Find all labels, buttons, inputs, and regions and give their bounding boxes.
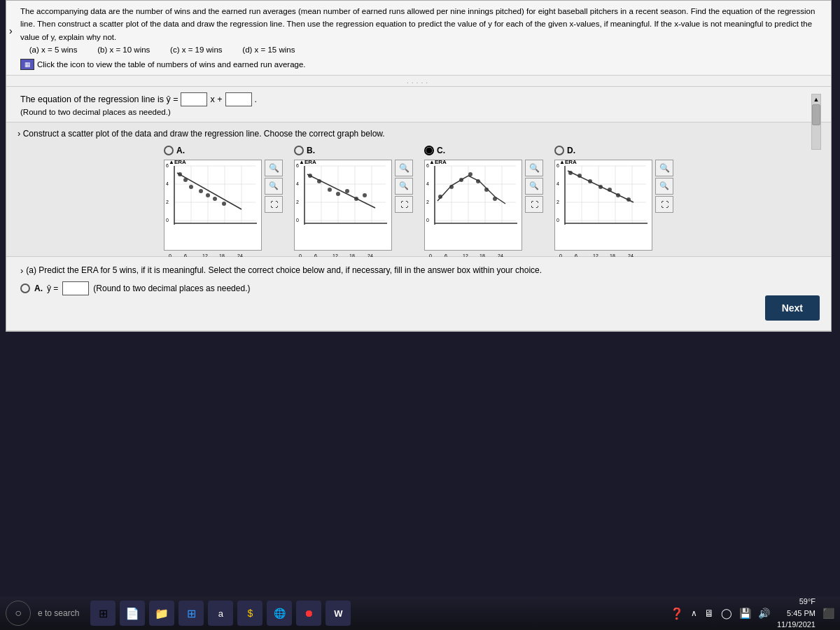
table-icon[interactable]: ▦	[20, 59, 34, 70]
zoom-out-a[interactable]: 🔍	[265, 178, 283, 195]
graph-c-container: ▲ERA 6 4 2 0 0 6 12 18 24 Wins	[424, 160, 522, 251]
zoom-in-b[interactable]: 🔍	[395, 160, 413, 176]
svg-point-32	[328, 188, 332, 192]
taskbar-date: 11/19/2021	[777, 619, 816, 630]
graph-d-label: D.	[567, 146, 575, 155]
problem-text: The accompanying data are the number of …	[20, 7, 815, 41]
taskbar-icon-grid[interactable]: ⊞	[90, 601, 115, 626]
click-text: Click the icon to view the table of numb…	[37, 58, 306, 71]
predict-label: (a) Predict the ERA for 5 wins, if it is…	[26, 265, 542, 275]
graph-c-label: C.	[437, 146, 445, 155]
svg-point-36	[363, 193, 367, 197]
expand-d[interactable]: ⛶	[655, 196, 673, 213]
regression-label: The equation of the regression line is ŷ…	[20, 94, 178, 104]
graph-option-c: C. ▲ERA 6 4 2 0 0 6 12 18	[424, 146, 543, 251]
regression-input-intercept[interactable]	[225, 92, 252, 106]
graph-b-svg	[295, 160, 393, 251]
radio-c[interactable]	[424, 146, 434, 155]
graph-option-d: D. ▲ERA 6 4 2 0 0 6 12 18	[554, 146, 673, 251]
svg-line-74	[568, 171, 634, 202]
regression-dot: .	[255, 94, 257, 104]
graph-a-container: ▲ERA 6 4 2 0 0 6 12 18 24 Wins	[164, 160, 262, 251]
graph-option-b: B. ▲ERA 6 4 2 0 0 6 12 18	[294, 146, 413, 251]
graphs-section: › Construct a scatter plot of the data a…	[6, 122, 831, 257]
taskbar-action[interactable]: ◯	[721, 608, 732, 619]
svg-point-14	[199, 189, 203, 193]
predict-yhat: ŷ =	[47, 284, 58, 293]
graphs-row: A. ▲ERA 6 4 2 0 0 6 12 1	[18, 146, 820, 251]
taskbar-icon-folder[interactable]: 📁	[149, 601, 174, 626]
section-arrow: ›	[18, 128, 20, 139]
expand-a[interactable]: ⛶	[265, 196, 283, 213]
predict-option-row: A. ŷ = (Round to two decimal places as n…	[20, 281, 817, 295]
taskbar-icon-dollar[interactable]: $	[237, 601, 262, 626]
zoom-in-c[interactable]: 🔍	[525, 160, 543, 176]
radio-d[interactable]	[554, 146, 564, 155]
next-button[interactable]: Next	[765, 295, 820, 321]
svg-point-15	[206, 193, 210, 197]
taskbar-time: 5:45 PM	[777, 608, 816, 620]
regression-eq-row: The equation of the regression line is ŷ…	[20, 92, 817, 106]
graph-d-svg	[555, 160, 653, 251]
graph-d-container: ▲ERA 6 4 2 0 0 6 12 18 24 Wins	[554, 160, 652, 251]
regression-note: (Round to two decimal places as needed.)	[20, 108, 817, 116]
graph-a-zoom-icons: 🔍 🔍 ⛶	[265, 160, 283, 251]
radio-b[interactable]	[294, 146, 304, 155]
predict-option-a-label: A.	[34, 284, 43, 293]
start-button[interactable]: ○	[6, 601, 31, 626]
taskbar-volume[interactable]: 🔊	[758, 608, 770, 619]
svg-point-34	[345, 189, 349, 193]
scroll-right[interactable]: ▲	[811, 94, 821, 150]
scroll-arrow-left[interactable]: ›	[9, 23, 13, 38]
scatter-label: › Construct a scatter plot of the data a…	[18, 128, 820, 139]
expand-c[interactable]: ⛶	[525, 196, 543, 213]
predict-section: › (a) Predict the ERA for 5 wins, if it …	[6, 257, 831, 331]
radio-a[interactable]	[164, 146, 174, 155]
taskbar-icon-docs[interactable]: 📄	[120, 601, 145, 626]
taskbar-temperature: 59°F	[777, 596, 816, 608]
zoom-out-b[interactable]: 🔍	[395, 178, 413, 195]
click-icon-row: ▦ Click the icon to view the table of nu…	[20, 58, 817, 71]
taskbar: ○ e to search ⊞ 📄 📁 ⊞ a $ 🌐 ⏺ W ❓ ∧ 🖥 ◯ …	[0, 596, 840, 630]
zoom-out-d[interactable]: 🔍	[655, 178, 673, 195]
taskbar-icon-record[interactable]: ⏺	[296, 601, 321, 626]
svg-line-18	[177, 173, 241, 209]
regression-section: The equation of the regression line is ŷ…	[6, 87, 831, 122]
taskbar-right: ❓ ∧ 🖥 ◯ 💾 🔊 59°F 5:45 PM 11/19/2021 ⬛	[670, 596, 834, 630]
problem-parts: (a) x = 5 wins (b) x = 10 wins (c) x = 1…	[20, 46, 295, 54]
svg-point-33	[336, 192, 340, 196]
svg-point-17	[222, 202, 226, 206]
taskbar-settings[interactable]: 🖥	[704, 608, 714, 619]
svg-line-37	[307, 174, 375, 208]
graph-c-zoom-icons: 🔍 🔍 ⛶	[525, 160, 543, 251]
graph-a-svg	[164, 160, 262, 251]
taskbar-icon-browser[interactable]: 🌐	[267, 601, 292, 626]
predict-note: (Round to two decimal places as needed.)	[93, 284, 250, 293]
svg-point-13	[189, 185, 193, 189]
taskbar-question[interactable]: ❓	[670, 607, 684, 620]
regression-x-plus: x +	[210, 94, 222, 104]
graph-c-svg	[425, 160, 523, 251]
predict-radio-a[interactable]	[20, 284, 30, 293]
graph-b-container: ▲ERA 6 4 2 0 0 6 12 18 24 Wins	[294, 160, 392, 251]
taskbar-temp-time: 59°F 5:45 PM 11/19/2021	[777, 596, 816, 630]
search-text: e to search	[38, 608, 79, 618]
graph-d-zoom-icons: 🔍 🔍 ⛶	[655, 160, 673, 251]
svg-point-16	[213, 197, 217, 201]
zoom-out-c[interactable]: 🔍	[525, 178, 543, 195]
taskbar-save[interactable]: 💾	[739, 608, 751, 619]
graph-a-label: A.	[176, 146, 185, 155]
taskbar-chevron[interactable]: ∧	[691, 608, 697, 618]
taskbar-hp-logo: ⬛	[822, 608, 834, 619]
taskbar-icon-app1[interactable]: ⊞	[178, 601, 204, 626]
predict-input[interactable]	[62, 281, 89, 295]
taskbar-icon-word[interactable]: W	[326, 601, 351, 626]
problem-header: › The accompanying data are the number o…	[6, 1, 831, 76]
graph-b-label: B.	[307, 146, 315, 155]
taskbar-icon-a[interactable]: a	[208, 601, 233, 626]
zoom-in-d[interactable]: 🔍	[655, 160, 673, 176]
regression-input-slope[interactable]	[181, 92, 207, 106]
graph-b-zoom-icons: 🔍 🔍 ⛶	[395, 160, 413, 251]
zoom-in-a[interactable]: 🔍	[265, 160, 283, 176]
expand-b[interactable]: ⛶	[395, 196, 413, 213]
